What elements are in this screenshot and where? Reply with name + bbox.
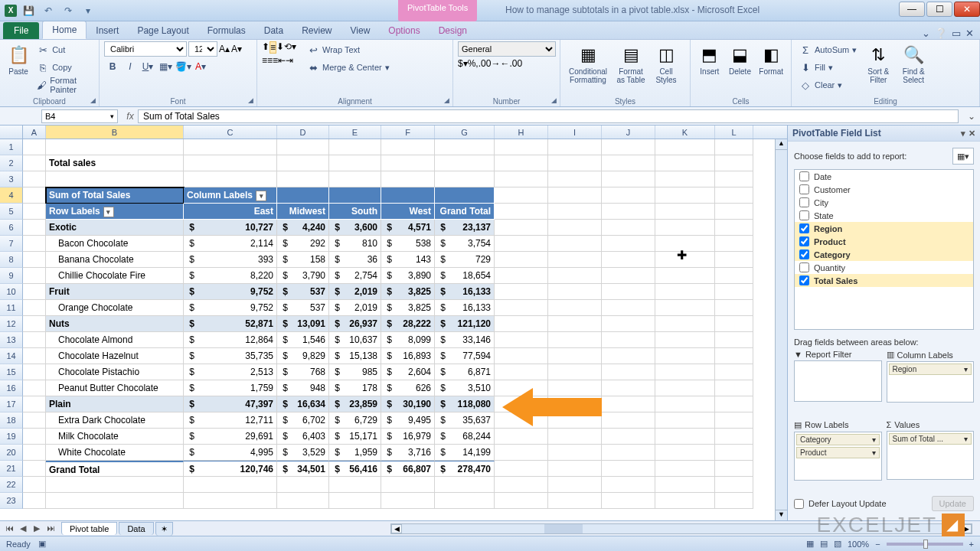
pivot-value[interactable]: $6,403 <box>277 429 329 445</box>
name-box-dropdown-icon[interactable]: ▾ <box>110 112 114 120</box>
tab-design[interactable]: Design <box>430 22 476 39</box>
field-date[interactable]: Date <box>795 170 973 183</box>
copy-button[interactable]: ⎘Copy <box>34 59 94 76</box>
pivot-value[interactable]: $16,133 <box>435 300 495 316</box>
decrease-decimal-icon[interactable]: ←.00 <box>500 58 522 69</box>
cut-button[interactable]: ✂Cut <box>34 41 94 58</box>
select-all-corner[interactable] <box>0 126 23 139</box>
pivot-value[interactable]: $16,133 <box>435 284 495 300</box>
percent-format-icon[interactable]: % <box>468 58 476 69</box>
pivot-value[interactable]: $34,501 <box>277 461 329 477</box>
pivot-value[interactable]: $8,220 <box>184 268 277 284</box>
field-checkbox[interactable] <box>799 276 809 285</box>
field-checkbox[interactable] <box>799 223 809 233</box>
pivot-value[interactable]: $2,114 <box>184 236 277 252</box>
paste-button[interactable]: 📋 Paste <box>5 41 32 77</box>
pivot-value[interactable]: $16,893 <box>381 348 435 364</box>
merge-center-button[interactable]: ⬌Merge & Center ▾ <box>304 59 393 76</box>
pivot-value[interactable]: $393 <box>184 252 277 268</box>
pivot-value[interactable]: $3,716 <box>381 445 435 461</box>
pivot-value[interactable]: $1,959 <box>329 445 381 461</box>
tab-view[interactable]: View <box>341 22 380 39</box>
formula-input[interactable]: Sum of Total Sales <box>138 109 959 123</box>
view-page-layout-icon[interactable]: ▤ <box>820 539 828 549</box>
pivot-value[interactable]: $6,871 <box>435 364 495 380</box>
field-city[interactable]: City <box>795 196 973 209</box>
pivot-value[interactable]: $15,171 <box>329 429 381 445</box>
row-label[interactable]: White Chocolate <box>46 445 184 461</box>
pivot-value[interactable]: $3,754 <box>435 236 495 252</box>
worksheet[interactable]: ABCDEFGHIJKL 12Total sales34Sum of Total… <box>0 126 787 520</box>
view-page-break-icon[interactable]: ▧ <box>834 539 841 549</box>
align-center-icon[interactable]: ≡ <box>267 55 273 66</box>
column-header-K[interactable]: K <box>655 126 715 139</box>
tab-nav-last-icon[interactable]: ⏭ <box>44 523 57 533</box>
tab-data[interactable]: Data <box>255 22 292 39</box>
vertical-scrollbar[interactable]: ▲ ▼ <box>775 139 787 520</box>
orientation-icon[interactable]: ⟲▾ <box>284 41 296 54</box>
field-checkbox[interactable] <box>799 184 809 194</box>
pivot-value[interactable]: $28,222 <box>381 316 435 332</box>
decrease-indent-icon[interactable]: ⇤ <box>278 55 286 66</box>
column-header-J[interactable]: J <box>602 126 655 139</box>
minimize-ribbon-icon[interactable]: ⌄ <box>922 28 930 39</box>
fx-icon[interactable]: fx <box>122 111 138 122</box>
pivot-value[interactable]: $3,890 <box>381 268 435 284</box>
column-header-E[interactable]: E <box>329 126 381 139</box>
sheet-tab-data[interactable]: Data <box>119 522 153 535</box>
zoom-level[interactable]: 100% <box>848 540 869 549</box>
pivot-value[interactable]: $36 <box>329 252 381 268</box>
field-list[interactable]: DateCustomerCityStateRegionProductCatego… <box>794 169 974 330</box>
field-total-sales[interactable]: Total Sales <box>795 274 973 287</box>
qat-undo-icon[interactable]: ↶ <box>40 2 57 19</box>
pivot-value[interactable]: $47,397 <box>184 396 277 412</box>
pivot-value[interactable]: $68,244 <box>435 429 495 445</box>
pivot-value[interactable]: $14,199 <box>435 445 495 461</box>
sort-filter-button[interactable]: ⇅Sort & Filter <box>861 41 895 86</box>
pivot-value[interactable]: $56,416 <box>329 461 381 477</box>
row-label[interactable]: Milk Chocolate <box>46 429 184 445</box>
tab-insert[interactable]: Insert <box>87 22 128 39</box>
pivot-value[interactable]: $626 <box>381 380 435 396</box>
row-labels-header[interactable]: Row Labels▾ <box>46 204 184 220</box>
area-item-dropdown-icon[interactable]: ▾ <box>964 435 968 443</box>
field-customer[interactable]: Customer <box>795 183 973 196</box>
pivot-value[interactable]: $3,825 <box>381 300 435 316</box>
row-label[interactable]: Nuts <box>46 316 184 332</box>
pivot-value[interactable]: $12,864 <box>184 332 277 348</box>
pivot-value[interactable]: $118,080 <box>435 396 495 412</box>
tab-nav-first-icon[interactable]: ⏮ <box>3 523 15 533</box>
pivot-value[interactable]: $3,825 <box>381 284 435 300</box>
column-header-L[interactable]: L <box>715 126 753 139</box>
pivot-value[interactable]: $26,937 <box>329 316 381 332</box>
font-color-button[interactable]: A▾ <box>192 58 209 75</box>
area-item[interactable]: Category▾ <box>796 434 880 445</box>
number-format-select[interactable]: General <box>458 41 556 57</box>
row-labels-area[interactable]: Category▾Product▾ <box>794 432 882 481</box>
decrease-font-icon[interactable]: A▾ <box>231 44 242 54</box>
pivot-value[interactable]: $2,754 <box>329 268 381 284</box>
close-button[interactable]: ✕ <box>954 2 980 17</box>
area-item-dropdown-icon[interactable]: ▾ <box>964 365 968 373</box>
window-close-icon[interactable]: ✕ <box>965 28 974 39</box>
row-label[interactable]: Exotic <box>46 220 184 236</box>
tab-nav-next-icon[interactable]: ▶ <box>31 523 43 533</box>
bold-button[interactable]: B <box>104 58 121 75</box>
field-list-layout-button[interactable]: ▦▾ <box>952 148 974 165</box>
row-label[interactable]: Bacon Chocolate <box>46 236 184 252</box>
pivot-value[interactable]: $3,600 <box>329 220 381 236</box>
area-item[interactable]: Product▾ <box>796 447 880 458</box>
field-checkbox[interactable] <box>799 236 809 246</box>
conditional-formatting-button[interactable]: ▦Conditional Formatting <box>565 41 611 86</box>
pivot-value[interactable]: $292 <box>277 236 329 252</box>
pivot-corner[interactable]: Sum of Total Sales <box>46 187 184 204</box>
pane-dropdown-icon[interactable]: ▾ <box>961 129 965 139</box>
sheet-tab-pivot[interactable]: Pivot table <box>61 522 117 535</box>
file-tab[interactable]: File <box>3 22 39 39</box>
area-item[interactable]: Region▾ <box>889 364 972 375</box>
pane-close-icon[interactable]: ✕ <box>969 129 975 139</box>
field-checkbox[interactable] <box>799 171 809 181</box>
column-header-A[interactable]: A <box>23 126 46 139</box>
column-labels-area[interactable]: Region▾ <box>887 361 975 403</box>
pivot-value[interactable]: $9,752 <box>184 300 277 316</box>
